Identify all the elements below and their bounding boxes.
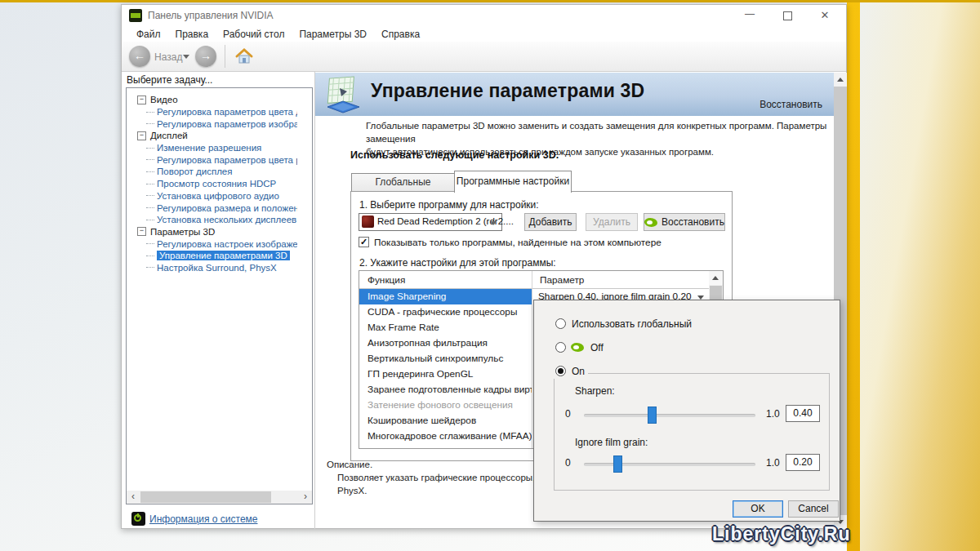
tree-connector bbox=[146, 171, 154, 172]
back-button[interactable]: ← bbox=[129, 46, 150, 67]
window-title: Панель управления NVIDIA bbox=[148, 10, 274, 21]
radio-use-global[interactable] bbox=[555, 318, 566, 329]
tree-item-multiple-displays[interactable]: Установка нескольких дисплеев bbox=[128, 214, 297, 226]
close-button[interactable]: ✕ bbox=[811, 5, 839, 26]
home-icon bbox=[234, 47, 254, 65]
tree-connector bbox=[146, 267, 154, 268]
step1-label: 1. Выберите программу для настройки: bbox=[359, 199, 539, 211]
scrollbar-thumb[interactable] bbox=[140, 491, 271, 503]
description-line1: Позволяет указать графические процессоры… bbox=[337, 473, 551, 482]
chevron-down-icon bbox=[490, 221, 497, 225]
tree-item-hdcp[interactable]: Просмотр состояния HDCP bbox=[128, 178, 297, 190]
tree-connector bbox=[146, 112, 154, 113]
scroll-up-icon[interactable] bbox=[709, 271, 723, 285]
background-top-strip bbox=[0, 0, 980, 2]
sharpen-max: 1.0 bbox=[766, 408, 780, 420]
manage-3d-icon bbox=[323, 75, 363, 118]
remove-program-button[interactable]: Удалить bbox=[586, 213, 638, 231]
home-button[interactable] bbox=[234, 47, 254, 65]
film-grain-value-field[interactable]: 0.20 bbox=[786, 454, 820, 471]
tree-group-display[interactable]: −Дисплей bbox=[128, 130, 297, 142]
tree-collapse-icon[interactable]: − bbox=[137, 131, 146, 140]
tree-collapse-icon[interactable]: − bbox=[137, 227, 146, 236]
tree-item-video-image[interactable]: Регулировка параметров изображения д bbox=[128, 118, 297, 130]
sharpen-slider-thumb[interactable] bbox=[648, 407, 657, 424]
tab-global-settings[interactable]: Глобальные параметры bbox=[351, 173, 455, 192]
tree-connector bbox=[146, 159, 154, 160]
forward-arrow-icon: → bbox=[200, 49, 212, 62]
tree-collapse-icon[interactable]: − bbox=[137, 96, 146, 104]
tree-item-desktop-color[interactable]: Регулировка параметров цвета рабочег bbox=[128, 153, 297, 166]
scroll-right-icon[interactable]: › bbox=[299, 491, 312, 504]
menu-desktop[interactable]: Рабочий стол bbox=[216, 29, 292, 40]
nvidia-logo-icon bbox=[571, 343, 584, 352]
sharpen-slider[interactable] bbox=[584, 414, 755, 417]
minimize-button[interactable]: — bbox=[736, 5, 764, 26]
cancel-button[interactable]: Cancel bbox=[788, 500, 839, 518]
menu-file[interactable]: Файл bbox=[129, 29, 168, 40]
film-grain-label: Ignore film grain: bbox=[575, 437, 648, 448]
system-info-link[interactable]: Информация о системе bbox=[149, 513, 257, 525]
toolbar-separator bbox=[225, 45, 225, 68]
tree-group-3d-settings[interactable]: −Параметры 3D bbox=[128, 226, 297, 238]
film-grain-slider-thumb[interactable] bbox=[613, 455, 622, 473]
tree-group-video[interactable]: −Видео bbox=[128, 94, 297, 106]
tree-connector bbox=[146, 220, 154, 220]
back-dropdown-icon[interactable] bbox=[183, 55, 189, 59]
use-settings-label: Использовать следующие настройки 3D. bbox=[350, 149, 559, 161]
nvidia-control-panel-window: Панель управления NVIDIA — ✕ Файл Правка… bbox=[121, 4, 847, 529]
radio-use-global-label: Использовать глобальный bbox=[572, 318, 692, 330]
page-banner: Управление параметрами 3D Восстановить bbox=[315, 73, 834, 116]
background-gold-gradient bbox=[860, 0, 980, 551]
titlebar: Панель управления NVIDIA — ✕ bbox=[122, 5, 846, 26]
toolbar: ← Назад → bbox=[122, 42, 846, 72]
nvidia-logo-icon bbox=[644, 218, 657, 227]
restore-program-button[interactable]: Восстановить bbox=[644, 213, 725, 231]
maximize-button[interactable] bbox=[773, 5, 801, 26]
menu-help[interactable]: Справка bbox=[374, 29, 427, 40]
task-tree-list: −Видео Регулировка параметров цвета для … bbox=[128, 94, 297, 273]
tree-item-size-position[interactable]: Регулировка размера и положения рабо bbox=[128, 202, 297, 214]
intro-line1: Глобальные параметры 3D можно заменить и… bbox=[366, 119, 828, 145]
restore-link[interactable]: Восстановить bbox=[760, 99, 822, 110]
menu-3d-settings[interactable]: Параметры 3D bbox=[292, 29, 374, 40]
nvidia-app-icon bbox=[129, 9, 142, 22]
show-only-checkbox[interactable]: ✓ bbox=[359, 237, 369, 247]
scroll-left-icon[interactable]: ‹ bbox=[127, 491, 140, 504]
program-select[interactable]: Red Dead Redemption 2 (rdr2.... bbox=[359, 213, 502, 231]
tree-item-surround-physx[interactable]: Настройка Surround, PhysX bbox=[128, 262, 297, 274]
system-info-icon bbox=[131, 512, 145, 526]
ok-button[interactable]: OK bbox=[733, 500, 783, 518]
tree-connector bbox=[146, 207, 154, 208]
tab-program-settings[interactable]: Программные настройки bbox=[454, 171, 572, 193]
radio-off[interactable] bbox=[555, 342, 566, 353]
tree-item-video-color[interactable]: Регулировка параметров цвета для вид bbox=[128, 106, 297, 118]
tree-item-manage-3d-settings[interactable]: Управление параметрами 3D bbox=[128, 250, 297, 262]
tree-item-rotate-display[interactable]: Поворот дисплея bbox=[128, 166, 297, 178]
task-tree: −Видео Регулировка параметров цвета для … bbox=[126, 87, 313, 504]
radio-on[interactable] bbox=[555, 366, 566, 376]
tree-connector bbox=[146, 243, 154, 244]
add-program-button[interactable]: Добавить bbox=[524, 213, 577, 231]
scroll-up-icon[interactable] bbox=[834, 73, 847, 87]
forward-button[interactable]: → bbox=[195, 46, 216, 67]
film-grain-slider[interactable] bbox=[584, 463, 755, 466]
sharpen-min: 0 bbox=[565, 408, 571, 420]
sharpen-label: Sharpen: bbox=[575, 385, 615, 397]
tree-item-image-preview[interactable]: Регулировка настроек изображения с пр bbox=[128, 238, 297, 250]
tree-horizontal-scrollbar[interactable]: ‹ › bbox=[127, 491, 312, 504]
page-title: Управление параметрами 3D bbox=[371, 80, 644, 102]
column-header-param: Параметр bbox=[540, 274, 584, 286]
radio-off-label: Off bbox=[590, 342, 604, 353]
show-only-label: Показывать только программы, найденные н… bbox=[374, 237, 662, 248]
tree-item-digital-audio[interactable]: Установка цифрового аудио bbox=[128, 190, 297, 202]
image-sharpening-dialog: Использовать глобальный Off On Sharpen: … bbox=[533, 300, 840, 522]
tree-item-resolution[interactable]: Изменение разрешения bbox=[128, 142, 297, 154]
film-grain-min: 0 bbox=[565, 457, 571, 469]
radio-on-label: On bbox=[572, 366, 585, 377]
menu-edit[interactable]: Правка bbox=[168, 29, 216, 40]
sharpen-value-field[interactable]: 0.40 bbox=[786, 405, 820, 422]
panel-divider bbox=[314, 72, 315, 529]
tree-connector bbox=[146, 195, 154, 196]
menubar: Файл Правка Рабочий стол Параметры 3D Сп… bbox=[122, 26, 846, 42]
